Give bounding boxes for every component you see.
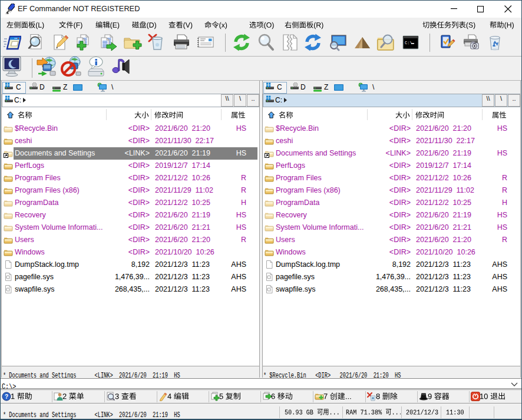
svg-text:C:\: C:\: [405, 41, 412, 45]
svg-text:?: ?: [5, 393, 8, 400]
